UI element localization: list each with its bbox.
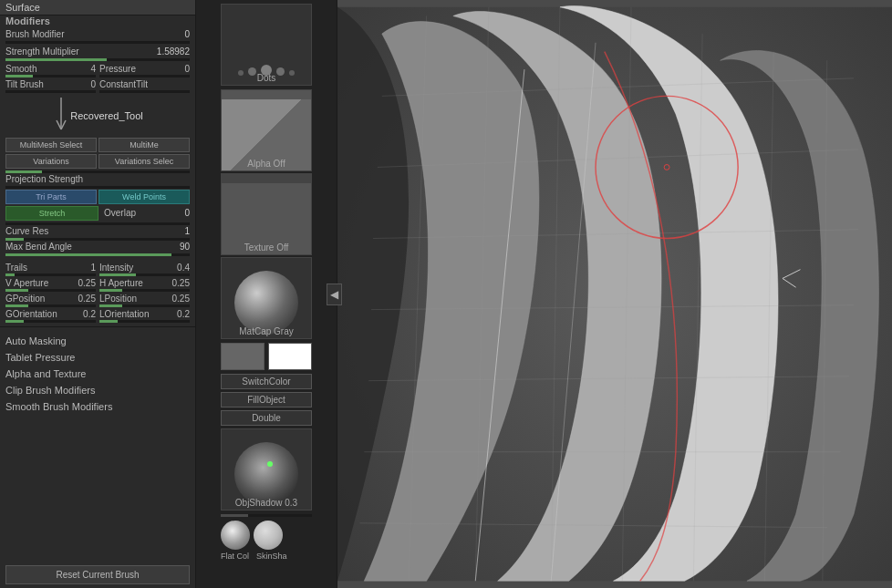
reset-current-brush-btn[interactable]: Reset Current Brush	[5, 565, 190, 584]
double-btn[interactable]: Double	[221, 410, 312, 426]
trails-intensity-row: Trails 1 Intensity 0.4	[5, 263, 190, 277]
v-aperture-label: V Aperture	[5, 278, 48, 288]
constant-tilt-row: ConstantTilt	[99, 79, 190, 89]
stretch-slider[interactable]	[5, 222, 190, 225]
l-position-col: LPosition 0.25	[99, 294, 190, 308]
brush-modifier-slider[interactable]	[5, 41, 190, 44]
tilt-brush-value: 0	[90, 79, 96, 89]
strength-value: 1.58982	[157, 46, 190, 57]
auto-masking-item[interactable]: Auto Masking	[0, 333, 195, 349]
trails-col: Trails 1	[5, 263, 96, 277]
constant-tilt-slider[interactable]	[99, 90, 190, 93]
l-position-row: LPosition 0.25	[99, 294, 190, 304]
v-aperture-row: V Aperture 0.25	[5, 278, 96, 288]
stretch-btn[interactable]: Stretch	[5, 206, 99, 221]
projection-slider[interactable]	[5, 186, 190, 189]
smooth-slider[interactable]	[5, 75, 96, 77]
tool-name-display: Recovered_Tool	[5, 98, 190, 134]
l-orientation-slider[interactable]	[99, 320, 190, 323]
dots-label: Dots	[222, 73, 311, 83]
objshadow-preview[interactable]: ObjShadow 0.3	[221, 428, 312, 511]
stretch-overlap-row: Stretch Overlap 0	[5, 206, 190, 221]
objshadow-dot	[267, 461, 273, 467]
trails-slider[interactable]	[5, 273, 96, 276]
matcap-sphere	[234, 271, 298, 335]
dots-preview-container[interactable]: Dots	[221, 4, 312, 86]
curve-res-value: 1	[184, 226, 190, 236]
intensity-col: Intensity 0.4	[99, 263, 190, 277]
smooth-row: Smooth 4	[5, 64, 96, 74]
variations-select-btn[interactable]: Variations Selec	[99, 154, 190, 169]
tablet-pressure-item[interactable]: Tablet Pressure	[0, 349, 195, 366]
g-orientation-row: GOrientation 0.2	[5, 309, 96, 319]
flat-skin-labels: Flat Col SkinSha	[221, 552, 312, 561]
multimesh-select-btn[interactable]: MultiMesh Select	[5, 138, 97, 152]
curve-res-row: Curve Res 1	[5, 226, 190, 236]
texture-off-label: Texture Off	[222, 242, 311, 253]
h-aperture-label: H Aperture	[99, 278, 143, 288]
overlap-value: 0	[184, 208, 190, 218]
matcap-preview[interactable]: MatCap Gray	[221, 257, 312, 339]
skin-sha-sphere[interactable]	[254, 521, 283, 550]
alpha-off-preview[interactable]: Alpha Off	[221, 89, 312, 171]
strength-label: Strength Multiplier	[5, 46, 79, 57]
trails-label: Trails	[5, 263, 27, 273]
surface-bar[interactable]: Surface	[0, 0, 195, 15]
viewport[interactable]	[337, 0, 892, 588]
color-swatch-dark[interactable]	[221, 343, 264, 370]
l-position-slider[interactable]	[99, 304, 190, 307]
texture-off-preview[interactable]: Texture Off	[221, 173, 312, 255]
curve-res-slider[interactable]	[5, 238, 190, 241]
smooth-brush-item[interactable]: Smooth Brush Modifiers	[0, 398, 195, 415]
curve-res-label: Curve Res	[5, 226, 48, 236]
g-position-slider[interactable]	[5, 304, 96, 307]
tool-name-label: Recovered_Tool	[70, 110, 143, 121]
surface-label: Surface	[5, 2, 40, 13]
tilt-row: Tilt Brush 0 ConstantTilt	[5, 79, 190, 94]
color-swatch-white[interactable]	[268, 343, 312, 370]
h-aperture-row: H Aperture 0.25	[99, 278, 190, 288]
l-orientation-value: 0.2	[177, 309, 190, 319]
left-panel: Surface Modifiers Brush Modifier 0 Stren…	[0, 0, 196, 588]
l-orientation-col: LOrientation 0.2	[99, 309, 190, 324]
bend-angle-label: Max Bend Angle	[5, 242, 72, 252]
multimesh-slider[interactable]	[5, 170, 190, 173]
fill-object-btn[interactable]: FillObject	[221, 392, 312, 407]
bend-angle-row: Max Bend Angle 90	[5, 242, 190, 252]
variations-row: Variations Variations Selec	[5, 154, 190, 169]
g-position-label: GPosition	[5, 294, 45, 304]
multimesh-btn2[interactable]: MultiMe	[99, 138, 190, 152]
tilt-brush-label: Tilt Brush	[5, 79, 44, 89]
tilt-slider[interactable]	[5, 90, 96, 93]
intensity-slider[interactable]	[99, 273, 190, 276]
bend-angle-slider[interactable]	[5, 253, 190, 256]
strength-slider[interactable]	[5, 58, 190, 61]
l-position-value: 0.25	[172, 294, 190, 304]
v-aperture-slider[interactable]	[5, 289, 96, 292]
pressure-col: Pressure 0	[99, 64, 190, 78]
brush-modifier-row: Brush Modifier 0	[5, 29, 190, 39]
alpha-texture-item[interactable]: Alpha and Texture	[0, 366, 195, 382]
viewport-svg	[337, 0, 892, 588]
objshadow-slider[interactable]	[221, 514, 312, 517]
switch-color-btn[interactable]: SwitchColor	[221, 374, 312, 389]
pressure-value: 0	[184, 64, 190, 74]
pressure-slider[interactable]	[99, 75, 190, 77]
g-orientation-slider[interactable]	[5, 320, 96, 323]
v-aperture-col: V Aperture 0.25	[5, 278, 96, 293]
g-position-row: GPosition 0.25	[5, 294, 96, 304]
tri-parts-btn[interactable]: Tri Parts	[5, 190, 97, 204]
overlap-row: Overlap 0	[100, 206, 190, 219]
strength-row: Strength Multiplier 1.58982	[5, 46, 190, 57]
collapse-btn[interactable]: ◀	[327, 284, 342, 305]
clip-brush-item[interactable]: Clip Brush Modifiers	[0, 382, 195, 398]
skin-sha-label: SkinSha	[256, 552, 287, 561]
overlap-label: Overlap	[104, 208, 136, 218]
brush-modifier-value: 0	[184, 29, 190, 39]
flat-col-sphere[interactable]	[221, 521, 250, 550]
h-aperture-slider[interactable]	[99, 289, 190, 292]
variations-btn[interactable]: Variations	[5, 154, 97, 169]
objshadow-sphere	[234, 442, 298, 506]
weld-points-btn[interactable]: Weld Points	[99, 190, 190, 204]
tri-weld-row: Tri Parts Weld Points	[5, 190, 190, 204]
